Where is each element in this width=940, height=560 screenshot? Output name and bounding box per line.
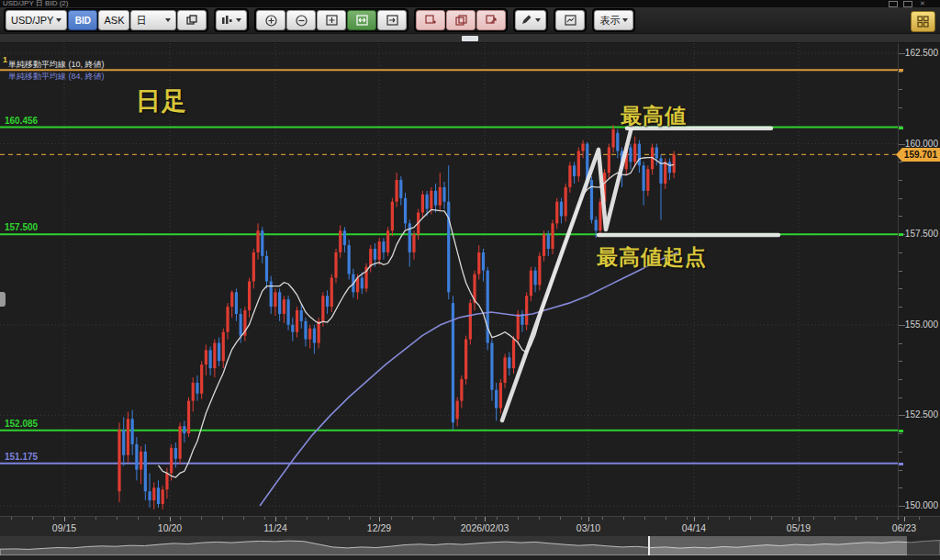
candle-body xyxy=(334,252,337,278)
candle-body xyxy=(148,491,151,500)
date-axis-major-tick xyxy=(799,517,800,521)
price-axis[interactable]: 162.500160.000157.500155.000152.500150.0… xyxy=(898,43,940,516)
candle-body xyxy=(361,278,364,289)
pattern-overlay-button[interactable] xyxy=(446,10,476,30)
draw-tool-button[interactable] xyxy=(515,10,546,30)
candle-body xyxy=(517,314,520,340)
pencil-icon xyxy=(520,15,532,26)
date-axis-tick xyxy=(518,517,519,520)
candle-body xyxy=(543,234,545,256)
date-axis-tick xyxy=(834,517,835,520)
candle-body xyxy=(230,292,233,307)
price-axis-tick xyxy=(899,53,905,54)
price-axis-label: 157.500 xyxy=(905,229,938,239)
candle-body xyxy=(170,448,173,474)
candle-body xyxy=(200,364,203,394)
date-axis[interactable]: 09/1510/2011/2412/292026/02/0303/1004/14… xyxy=(0,516,940,536)
date-axis-tick xyxy=(159,517,160,520)
candle-body xyxy=(321,296,324,321)
panel-collapse-handle[interactable] xyxy=(0,292,6,307)
date-axis-tick xyxy=(666,517,666,520)
pattern-add-button[interactable] xyxy=(416,10,445,30)
candle-body xyxy=(187,401,190,433)
date-axis-tick xyxy=(644,517,645,520)
maximize-icon[interactable] xyxy=(903,1,912,7)
price-axis-tick xyxy=(899,198,902,199)
price-axis-tick xyxy=(899,271,902,272)
scroll-to-latest-button[interactable] xyxy=(377,10,407,30)
price-axis-tick xyxy=(899,398,902,398)
date-axis-tick xyxy=(898,517,899,520)
candle-body xyxy=(226,307,229,332)
date-axis-major-tick xyxy=(694,517,695,521)
date-axis-tick xyxy=(370,517,371,520)
candle-body xyxy=(573,165,576,176)
date-axis-tick xyxy=(222,517,223,520)
chart-navigator[interactable] xyxy=(0,536,940,555)
current-price-badge: 159.701 xyxy=(896,148,940,162)
pattern-apply-button[interactable] xyxy=(476,10,506,30)
candle-body xyxy=(659,158,662,184)
window-titlebar[interactable]: USD/JPY 日 BID (2) ✕ xyxy=(0,0,940,7)
chart-type-select[interactable] xyxy=(216,10,247,30)
date-axis-tick xyxy=(243,517,244,520)
candle-body xyxy=(426,195,429,209)
zoom-out-button[interactable] xyxy=(286,10,316,30)
layout-grid-button[interactable] xyxy=(911,11,935,32)
candle-body xyxy=(300,310,303,321)
pair-select[interactable]: USD/JPY xyxy=(6,10,67,30)
chart-window-button[interactable] xyxy=(555,10,585,30)
expand-horizontal-button[interactable] xyxy=(317,10,346,30)
candle-body xyxy=(611,129,614,148)
chart-add-icon xyxy=(425,15,437,26)
main-chart-area[interactable] xyxy=(0,43,898,516)
candle-body xyxy=(673,154,676,173)
price-axis-tick xyxy=(899,452,902,453)
candlestick-type-icon xyxy=(221,15,233,26)
scrollbar-thumb[interactable] xyxy=(462,36,478,41)
pair-label: USD/JPY xyxy=(11,15,53,26)
candle-body xyxy=(339,230,341,252)
zoom-in-button[interactable] xyxy=(256,10,285,30)
candle-body xyxy=(525,296,528,325)
candle-body xyxy=(213,343,216,369)
candle-body xyxy=(464,340,467,379)
candlestick-chart[interactable] xyxy=(0,43,898,516)
price-axis-tick xyxy=(899,506,905,507)
draw-group xyxy=(513,8,548,32)
candle-body xyxy=(127,419,129,454)
price-axis-label: 155.000 xyxy=(905,319,938,330)
date-axis-tick xyxy=(919,517,920,520)
expand-horizontal-icon xyxy=(326,15,338,26)
navigator-window-handle[interactable] xyxy=(648,536,907,555)
date-axis-tick xyxy=(117,517,118,520)
minimize-icon[interactable] xyxy=(889,1,898,7)
bid-button[interactable]: BID xyxy=(68,10,97,30)
date-axis-tick xyxy=(454,517,455,520)
candle-body xyxy=(252,252,255,282)
candle-body xyxy=(482,252,485,271)
candle-body xyxy=(378,241,381,260)
candle-body xyxy=(274,292,276,307)
fit-width-button[interactable] xyxy=(347,10,376,30)
candle-body xyxy=(326,296,329,307)
price-axis-tick xyxy=(899,180,902,181)
chart-horizontal-scrollbar[interactable] xyxy=(0,33,940,43)
close-icon[interactable]: ✕ xyxy=(920,1,927,6)
period-select[interactable]: 日 xyxy=(130,10,176,30)
candle-body xyxy=(209,350,212,368)
duplicate-chart-button[interactable] xyxy=(177,10,207,30)
date-axis-major-tick xyxy=(904,517,905,521)
display-menu-button[interactable]: 表示 xyxy=(594,10,633,30)
candle-body xyxy=(270,281,273,307)
candle-body xyxy=(503,357,506,383)
price-axis-mark xyxy=(899,69,903,72)
candle-body xyxy=(490,343,493,390)
candle-body xyxy=(205,350,207,364)
date-axis-label: 05/19 xyxy=(787,522,811,533)
display-menu-label: 表示 xyxy=(599,14,620,28)
candle-body xyxy=(222,332,225,362)
price-axis-tick xyxy=(899,361,902,362)
ask-button[interactable]: ASK xyxy=(98,10,129,30)
candle-body xyxy=(118,430,120,491)
